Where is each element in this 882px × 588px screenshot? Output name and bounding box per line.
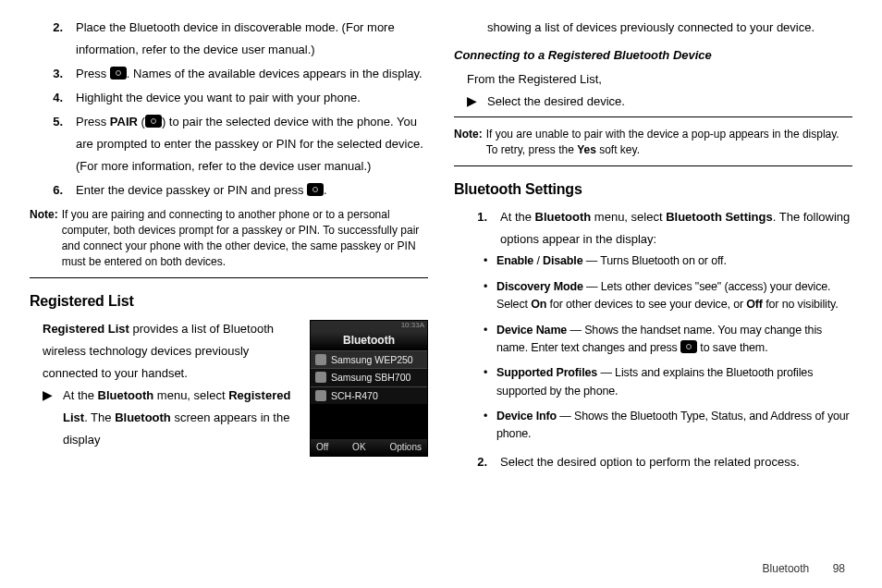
retry-note: Note: If you are unable to pair with the… [454,127,852,158]
step-5: 5. Press PAIR () to pair the selected de… [30,111,428,178]
heading-registered-list: Registered List [30,288,428,315]
step-4: 4. Highlight the device you want to pair… [30,87,428,109]
divider [454,165,852,166]
right-column: showing a list of devices previously con… [454,17,852,475]
page: 2. Place the Bluetooth device in discove… [0,0,882,484]
heading-bluetooth-settings: Bluetooth Settings [454,176,852,203]
bullet-enable: • Enable / Disable — Turns Bluetooth on … [454,252,852,270]
step-3: 3. Press . Names of the available device… [30,63,428,85]
arrow-icon: ▶ [467,91,487,113]
phone-title: Bluetooth [311,332,427,349]
bullet-device-name: • Device Name — Shows the handset name. … [454,322,852,358]
heading-connect-registered: Connecting to a Registered Bluetooth Dev… [454,44,852,67]
step-6: 6. Enter the device passkey or PIN and p… [30,179,428,202]
bullet-discovery: • Discovery Mode — Lets other devices "s… [454,278,852,314]
ok-key-icon [680,340,697,353]
phone-row: SCH-R470 [311,386,427,405]
pairing-note: Note: If you are pairing and connecting … [30,207,428,269]
step-2: 2. Place the Bluetooth device in discove… [30,17,428,61]
left-column: 2. Place the Bluetooth device in discove… [30,17,428,475]
divider [30,277,428,278]
arrow-icon: ▶ [43,385,63,451]
ok-key-icon [145,115,162,128]
phone-screenshot: 10:33A Bluetooth Samsung WEP250 Samsung … [310,320,428,457]
bullet-profiles: • Supported Profiles — Lists and explain… [454,364,852,400]
from-text: From the Registered List, [454,68,852,91]
bt-device-icon [315,390,326,401]
ok-key-icon [110,67,127,80]
ok-key-icon [307,183,324,196]
settings-step-2: 2. Select the desired option to perform … [454,451,852,473]
arrow-select-device: ▶ Select the desired device. [454,91,852,113]
phone-softkeys: Off OK Options [311,439,427,456]
arrow-step: ▶ At the Bluetooth menu, select Register… [30,385,300,451]
divider [454,116,852,117]
bullet-device-info: • Device Info — Shows the Bluetooth Type… [454,408,852,444]
phone-row: Samsung WEP250 [311,350,427,369]
settings-step-1: 1. At the Bluetooth menu, select Bluetoo… [454,206,852,251]
continued-text: showing a list of devices previously con… [454,17,852,39]
bt-device-icon [315,372,326,383]
phone-row: Samsung SBH700 [311,368,427,386]
phone-status-bar: 10:33A [311,321,427,332]
page-footer: Bluetooth 98 [763,562,845,575]
bt-device-icon [315,354,326,365]
